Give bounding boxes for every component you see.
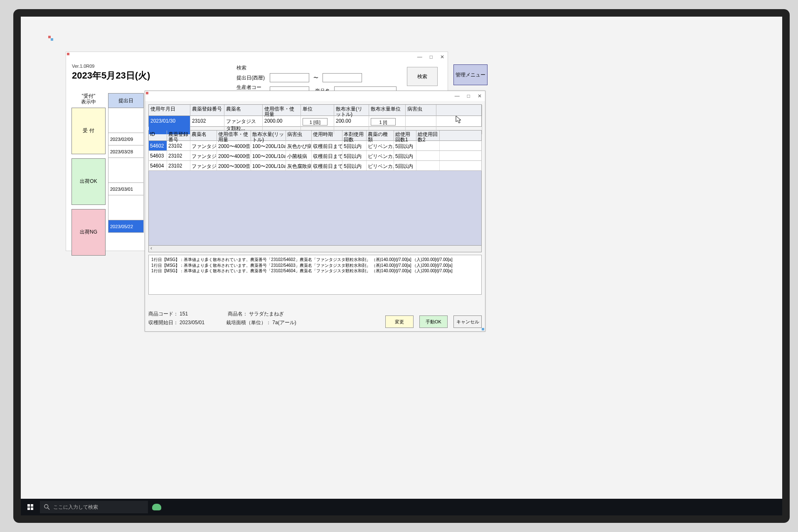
- reference-grid-header: ID農薬登録番号農薬名使用倍率・使用量散布水量(リットル)病害虫使用時期本剤使用…: [148, 130, 482, 141]
- change-button[interactable]: 変更: [385, 315, 414, 328]
- horizontal-scrollbar[interactable]: [148, 246, 482, 252]
- date-cell[interactable]: [108, 158, 144, 183]
- date-cell[interactable]: 2023/03/28: [108, 145, 144, 158]
- area-label: 栽培面積（単位）：: [226, 320, 271, 325]
- svg-rect-3: [31, 507, 33, 510]
- reference-grid-empty: [148, 171, 482, 246]
- svg-rect-1: [31, 504, 33, 507]
- svg-rect-0: [27, 504, 30, 507]
- taskbar-search[interactable]: ここに入力して検索: [40, 501, 148, 513]
- window-icon: [148, 93, 155, 99]
- close-button[interactable]: ✕: [440, 54, 444, 60]
- mouse-cursor-icon: [456, 116, 462, 124]
- main-titlebar: — □ ✕: [66, 52, 448, 62]
- reference-row[interactable]: 5460423102ファンタジスタ...2000〜3000倍100〜200L/1…: [148, 161, 482, 171]
- area-value: 7a(アール): [272, 320, 296, 325]
- column-header: 農薬登録番号: [190, 105, 224, 117]
- minimize-button[interactable]: —: [417, 54, 422, 60]
- window-icon: [69, 54, 76, 60]
- date-column: 提出日 2023/02/092023/03/282023/03/012023/0…: [108, 93, 144, 233]
- product-name-value: サラダたまねぎ: [249, 311, 284, 317]
- column-header: 使用年月日: [149, 105, 190, 117]
- svg-rect-2: [27, 507, 30, 510]
- search-title: 検索: [236, 64, 397, 71]
- status-sidepanel: "受付" 表示中 受 付 出荷OK 出荷NG: [71, 93, 106, 260]
- maximize-button[interactable]: □: [430, 54, 433, 60]
- minimize-button[interactable]: —: [455, 93, 460, 99]
- date-cell[interactable]: 2023/05/22: [108, 220, 144, 233]
- product-code-value: 151: [180, 311, 188, 317]
- ship-ok-button[interactable]: 出荷OK: [71, 158, 106, 205]
- product-name-label: 商品名：: [228, 311, 248, 317]
- date-column-header: 提出日: [108, 93, 144, 108]
- column-header: 使用倍率・使用量: [263, 105, 301, 117]
- harvest-date-label: 収穫開始日：: [148, 320, 178, 325]
- message-box: 1行目【MSG】：基準値より多く散布されています。農薬番号「23102/5460…: [148, 255, 482, 295]
- detail-grid-header: 使用年月日農薬登録番号農薬名使用倍率・使用量単位散布水量(リットル)散布水量単位…: [148, 104, 482, 116]
- date-cell[interactable]: [108, 195, 144, 220]
- reference-row[interactable]: 5460223102ファンタジスタ...2000〜4000倍100〜200L/1…: [148, 141, 482, 151]
- detail-window: — □ ✕ 使用年月日農薬登録番号農薬名使用倍率・使用量単位散布水量(リットル)…: [145, 91, 485, 332]
- date-to-input[interactable]: [323, 73, 362, 82]
- date-cell[interactable]: 2023/03/01: [108, 183, 144, 195]
- search-icon: [44, 504, 50, 510]
- date-cell[interactable]: [108, 108, 144, 133]
- detail-titlebar: — □ ✕: [145, 91, 485, 101]
- column-header: 農薬名: [224, 105, 263, 117]
- search-button[interactable]: 検索: [407, 67, 438, 86]
- accept-button[interactable]: 受 付: [71, 108, 106, 154]
- label-submit-date: 提出日(西暦): [236, 74, 266, 81]
- reference-row[interactable]: 5460323102ファンタジスタ...2000〜4000倍100〜200L/1…: [148, 151, 482, 161]
- taskbar-search-placeholder: ここに入力して検索: [53, 504, 98, 511]
- manual-ok-button[interactable]: 手動OK: [419, 315, 448, 328]
- admin-menu-button[interactable]: 管理メニュー: [453, 64, 488, 85]
- column-header: 病害虫: [406, 105, 436, 117]
- tilde: 〜: [313, 74, 318, 81]
- maximize-button[interactable]: □: [467, 93, 470, 99]
- date-from-input[interactable]: [270, 73, 309, 82]
- detail-footer: 商品コード： 151 商品名： サラダたまねぎ 収穫開始日： 2023/05/0…: [148, 310, 482, 328]
- svg-point-4: [44, 505, 48, 508]
- start-button[interactable]: [21, 499, 40, 515]
- svg-line-5: [48, 508, 49, 510]
- column-header: 散布水量(リットル): [334, 105, 369, 117]
- close-button[interactable]: ✕: [478, 93, 482, 99]
- status-display-label: "受付" 表示中: [71, 93, 106, 105]
- harvest-date-value: 2023/05/01: [180, 320, 204, 325]
- ship-ng-button[interactable]: 出荷NG: [71, 209, 106, 256]
- date-cell[interactable]: 2023/02/09: [108, 133, 144, 145]
- cancel-button[interactable]: キャンセル: [453, 315, 482, 328]
- detail-grid-row[interactable]: 2023/01/30 23102 ファンタジスタ顆粒... 2000.00 1 …: [148, 116, 482, 127]
- taskbar: ここに入力して検索: [21, 499, 782, 515]
- column-header: 散布水量単位: [369, 105, 406, 117]
- taskbar-app-icon[interactable]: [148, 499, 165, 515]
- app-icon[interactable]: [47, 35, 54, 42]
- desktop: — □ ✕ Ver.1.0R09 2023年5月23日(火) 検索 提出日(西暦…: [21, 17, 782, 515]
- product-code-label: 商品コード：: [148, 311, 178, 317]
- monitor-bezel: — □ ✕ Ver.1.0R09 2023年5月23日(火) 検索 提出日(西暦…: [13, 9, 790, 523]
- column-header: 単位: [301, 105, 334, 117]
